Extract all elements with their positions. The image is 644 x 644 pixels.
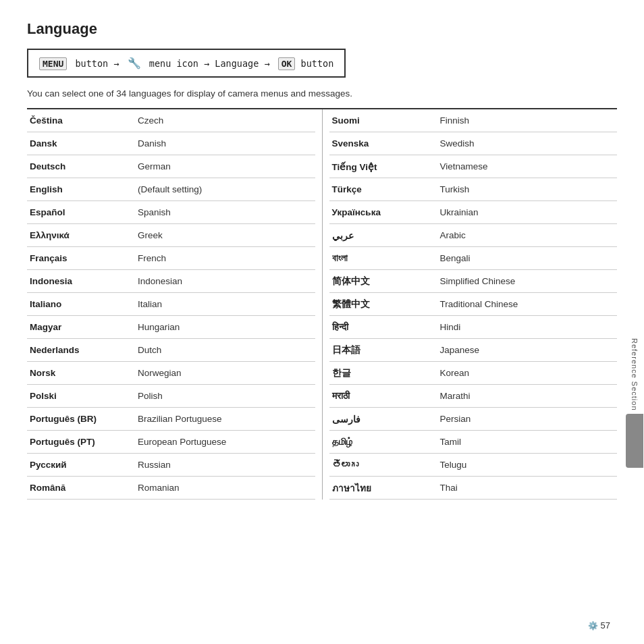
table-row: فارسی Persian xyxy=(329,408,618,431)
table-row: Indonesia Indonesian xyxy=(27,270,315,293)
table-row: 繁體中文 Traditional Chinese xyxy=(329,293,618,316)
language-native: Polski xyxy=(27,387,135,404)
table-row: Türkçe Turkish xyxy=(329,178,618,201)
table-row: عربي Arabic xyxy=(329,224,618,247)
language-native: தமிழ் xyxy=(329,433,437,451)
language-english: Tamil xyxy=(437,433,464,450)
language-native: 日本語 xyxy=(329,341,437,360)
language-native: 简体中文 xyxy=(329,272,437,291)
language-english: European Portuguese xyxy=(135,433,229,450)
page-number-text: 57 xyxy=(601,620,610,630)
language-english: Polish xyxy=(135,387,165,404)
table-row: বাংলা Bengali xyxy=(329,247,618,270)
language-english: Telugu xyxy=(437,456,470,473)
table-row: Español Spanish xyxy=(27,201,315,224)
table-row: Українська Ukrainian xyxy=(329,201,618,224)
menu-button-label: MENU xyxy=(39,57,67,70)
language-native: Português (BR) xyxy=(27,410,135,427)
table-row: தமிழ் Tamil xyxy=(329,431,618,454)
language-english: Vietnamese xyxy=(437,158,491,175)
language-english: Swedish xyxy=(437,135,477,152)
language-native: Indonesia xyxy=(27,273,135,290)
language-native: Deutsch xyxy=(27,158,135,175)
language-english: Danish xyxy=(135,135,169,152)
table-row: Svenska Swedish xyxy=(329,132,618,155)
language-native: Français xyxy=(27,250,135,267)
table-row: Italiano Italian xyxy=(27,293,315,316)
table-row: 한글 Korean xyxy=(329,362,618,385)
language-native: عربي xyxy=(329,227,437,244)
language-english: Czech xyxy=(135,112,166,129)
table-row: English (Default setting) xyxy=(27,178,315,201)
language-native: Dansk xyxy=(27,135,135,152)
table-row: Norsk Norwegian xyxy=(27,362,315,385)
language-english: Simplified Chinese xyxy=(437,273,518,290)
language-native: Русский xyxy=(27,456,135,473)
language-native: فارسی xyxy=(329,410,437,428)
table-row: Português (PT) European Portuguese xyxy=(27,431,315,454)
table-row: Română Romanian xyxy=(27,477,315,500)
language-english: Hungarian xyxy=(135,319,182,336)
language-native: 한글 xyxy=(329,364,437,383)
language-table: Čeština Czech Dansk Danish Deutsch Germa… xyxy=(27,108,617,500)
language-native: Українська xyxy=(329,204,437,221)
language-native: Nederlands xyxy=(27,342,135,358)
language-native: Português (PT) xyxy=(27,433,135,450)
language-native: Svenska xyxy=(329,135,437,152)
language-english: Greek xyxy=(135,227,165,244)
table-row: Magyar Hungarian xyxy=(27,316,315,339)
language-native: Ελληνικά xyxy=(27,227,135,244)
language-english: Japanese xyxy=(437,342,483,358)
language-native: मराठी xyxy=(329,387,437,405)
language-english: Arabic xyxy=(437,227,468,244)
table-row: Deutsch German xyxy=(27,155,315,178)
table-row: Tiếng Việt Vietnamese xyxy=(329,155,618,178)
table-row: हिन्दी Hindi xyxy=(329,316,618,339)
language-english: Bengali xyxy=(437,250,473,267)
reference-section-sidebar: Reference Section xyxy=(625,203,644,603)
table-row: 简体中文 Simplified Chinese xyxy=(329,270,618,293)
language-english: Dutch xyxy=(135,342,164,358)
language-english: Traditional Chinese xyxy=(437,296,521,313)
language-english: Korean xyxy=(437,365,473,381)
language-english: Italian xyxy=(135,296,165,313)
language-native: Tiếng Việt xyxy=(329,158,437,176)
menu-icon: 🔧 xyxy=(128,57,141,70)
language-english: (Default setting) xyxy=(135,181,205,198)
language-native: Italiano xyxy=(27,296,135,313)
language-english: German xyxy=(135,158,173,175)
left-language-column: Čeština Czech Dansk Danish Deutsch Germa… xyxy=(27,109,323,500)
ok-button-label: OK xyxy=(278,57,296,70)
language-native: Magyar xyxy=(27,319,135,336)
language-english: Persian xyxy=(437,410,474,427)
language-native: English xyxy=(27,181,135,198)
table-row: मराठी Marathi xyxy=(329,385,618,408)
language-english: Hindi xyxy=(437,319,464,336)
language-native: ภาษาไทย xyxy=(329,477,437,499)
language-english: Brazilian Portuguese xyxy=(135,410,225,427)
language-english: Norwegian xyxy=(135,365,184,381)
reference-section-label: Reference Section xyxy=(630,338,639,411)
table-row: Nederlands Dutch xyxy=(27,339,315,362)
language-english: Romanian xyxy=(135,479,182,496)
table-row: Русский Russian xyxy=(27,454,315,477)
table-row: Ελληνικά Greek xyxy=(27,224,315,247)
language-english: Finnish xyxy=(437,112,473,129)
language-native: Español xyxy=(27,204,135,221)
language-english: Thai xyxy=(437,479,460,496)
table-row: Dansk Danish xyxy=(27,132,315,155)
language-native: తెలుగు xyxy=(329,456,437,473)
table-row: Čeština Czech xyxy=(27,109,315,132)
table-row: 日本語 Japanese xyxy=(329,339,618,362)
table-row: Français French xyxy=(27,247,315,270)
table-row: Polski Polish xyxy=(27,385,315,408)
language-english: Marathi xyxy=(437,387,473,404)
description-text: You can select one of 34 languages for d… xyxy=(27,88,617,99)
right-language-column: Suomi Finnish Svenska Swedish Tiếng Việt… xyxy=(329,109,618,500)
page-number: ⚙️ 57 xyxy=(588,620,610,630)
language-english: Spanish xyxy=(135,204,173,221)
language-english: Ukrainian xyxy=(437,204,481,221)
page-title: Language xyxy=(27,20,617,38)
language-native: Norsk xyxy=(27,365,135,381)
language-native: বাংলা xyxy=(329,250,437,267)
